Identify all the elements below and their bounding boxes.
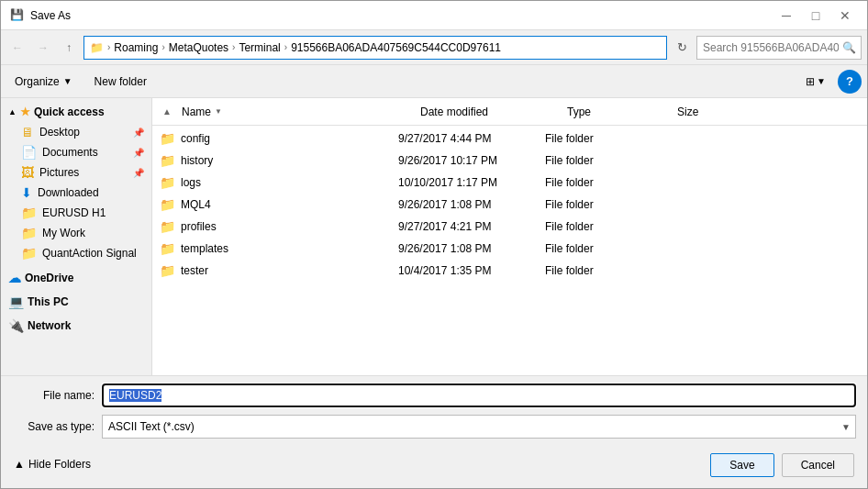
forward-button[interactable]: → (32, 37, 54, 59)
table-row[interactable]: 📁 history 9/26/2017 10:17 PM File folder (152, 150, 867, 172)
hide-folders-button[interactable]: ▲ Hide Folders (14, 458, 91, 471)
sidebar-item-eurusd[interactable]: 📁 EURUSD H1 (1, 203, 151, 223)
window-controls: ─ □ ✕ (773, 6, 858, 25)
folder-icon: 📁 (160, 263, 175, 278)
hide-folders-arrow: ▲ (14, 458, 25, 471)
address-path[interactable]: 📁 › Roaming › MetaQuotes › Terminal › 91… (83, 36, 667, 60)
back-button[interactable]: ← (6, 37, 28, 59)
table-row[interactable]: 📁 config 9/27/2017 4:44 PM File folder (152, 128, 867, 150)
sidebar-item-pictures[interactable]: 🖼 Pictures 📌 (1, 162, 151, 183)
sidebar-item-quantaction[interactable]: 📁 QuantAction Signal (1, 243, 151, 263)
col-header-name[interactable]: Name ▼ (174, 102, 413, 122)
file-list-header: ▲ Name ▼ Date modified Type Size (152, 98, 867, 126)
pictures-pin: 📌 (133, 168, 144, 178)
organize-label: Organize (15, 75, 60, 88)
main-area: ▲ ★ Quick access 🖥 Desktop 📌 📄 Documents… (1, 98, 867, 375)
maximize-button[interactable]: □ (803, 6, 829, 25)
my-work-icon: 📁 (21, 226, 37, 240)
cancel-button[interactable]: Cancel (782, 453, 854, 477)
file-name: 📁 history (160, 153, 398, 168)
help-button[interactable]: ? (838, 70, 862, 94)
filename-input[interactable] (102, 383, 856, 407)
save-button[interactable]: Save (710, 453, 773, 477)
sidebar-section-quick-access[interactable]: ▲ ★ Quick access (1, 102, 151, 122)
view-button[interactable]: ⊞ ▼ (799, 72, 832, 92)
file-name: 📁 logs (160, 175, 398, 190)
documents-pin: 📌 (133, 148, 144, 158)
sidebar-section-network[interactable]: 🔌 Network (1, 315, 151, 337)
up-button[interactable]: ↑ (58, 37, 80, 59)
table-row[interactable]: 📁 MQL4 9/26/2017 1:08 PM File folder (152, 194, 867, 216)
quick-access-arrow: ▲ (8, 107, 17, 117)
organize-button[interactable]: Organize ▼ (6, 70, 81, 94)
organize-arrow: ▼ (63, 76, 72, 86)
documents-label: Documents (42, 146, 98, 159)
file-name: 📁 tester (160, 263, 398, 278)
col-header-size[interactable]: Size (670, 102, 743, 122)
sidebar: ▲ ★ Quick access 🖥 Desktop 📌 📄 Documents… (1, 98, 152, 375)
bottom-footer: ▲ Hide Folders Save Cancel (12, 446, 856, 481)
onedrive-icon: ☁ (8, 271, 21, 285)
this-pc-icon: 💻 (8, 295, 24, 309)
path-hash[interactable]: 915566BA06ADA407569C544CC0D97611 (291, 41, 501, 54)
sidebar-item-downloaded[interactable]: ⬇ Downloaded (1, 183, 151, 203)
bottom-area: File name: Save as type: ASCII Text (*.c… (1, 375, 867, 488)
new-folder-label: New folder (95, 75, 147, 88)
saveastype-select[interactable]: ASCII Text (*.csv)CSV (Comma delimited) … (102, 415, 856, 439)
file-date: 10/4/2017 1:35 PM (398, 264, 545, 277)
file-date: 9/26/2017 1:08 PM (398, 242, 545, 255)
file-type: File folder (545, 176, 655, 189)
file-type: File folder (545, 154, 655, 167)
arrow-1: › (107, 42, 110, 52)
sidebar-item-desktop[interactable]: 🖥 Desktop 📌 (1, 122, 151, 142)
filename-row: File name: (12, 383, 856, 407)
file-area: ▲ Name ▼ Date modified Type Size � (152, 98, 867, 375)
network-icon: 🔌 (8, 318, 24, 333)
arrow-2: › (161, 42, 164, 52)
table-row[interactable]: 📁 templates 9/26/2017 1:08 PM File folde… (152, 238, 867, 260)
file-type: File folder (545, 264, 655, 277)
path-roaming[interactable]: Roaming (114, 41, 158, 54)
bottom-buttons: Save Cancel (710, 450, 854, 479)
file-date: 9/27/2017 4:21 PM (398, 220, 545, 233)
folder-icon: 📁 (160, 131, 175, 146)
downloaded-icon: ⬇ (21, 185, 32, 200)
quick-access-label: Quick access (34, 106, 105, 118)
file-name: 📁 templates (160, 241, 398, 256)
file-type: File folder (545, 198, 655, 211)
sidebar-section-this-pc[interactable]: 💻 This PC (1, 291, 151, 313)
col-header-type[interactable]: Type (560, 102, 670, 122)
address-bar: ← → ↑ 📁 › Roaming › MetaQuotes › Termina… (1, 30, 867, 65)
onedrive-label: OneDrive (25, 272, 73, 284)
quantaction-label: QuantAction Signal (42, 247, 137, 260)
path-terminal[interactable]: Terminal (239, 41, 280, 54)
file-type: File folder (545, 242, 655, 255)
table-row[interactable]: 📁 tester 10/4/2017 1:35 PM File folder (152, 260, 867, 282)
table-row[interactable]: 📁 profiles 9/27/2017 4:21 PM File folder (152, 216, 867, 238)
saveastype-label: Save as type: (12, 420, 95, 433)
table-row[interactable]: 📁 logs 10/10/2017 1:17 PM File folder (152, 172, 867, 194)
folder-icon: 📁 (160, 197, 175, 212)
search-wrap: 🔍 (696, 36, 862, 60)
sidebar-item-my-work[interactable]: 📁 My Work (1, 223, 151, 243)
minimize-button[interactable]: ─ (773, 6, 799, 25)
file-name: 📁 profiles (160, 219, 398, 234)
scroll-up: ▲ (160, 106, 174, 117)
save-as-dialog: 💾 Save As ─ □ ✕ ← → ↑ 📁 › Roaming › Meta… (0, 0, 868, 489)
path-metaquotes[interactable]: MetaQuotes (169, 41, 228, 54)
sidebar-item-documents[interactable]: 📄 Documents 📌 (1, 142, 151, 162)
folder-icon: 📁 (160, 175, 175, 190)
file-date: 9/27/2017 4:44 PM (398, 132, 545, 145)
desktop-label: Desktop (39, 126, 80, 139)
downloaded-label: Downloaded (38, 186, 99, 199)
new-folder-button[interactable]: New folder (86, 70, 155, 94)
desktop-icon: 🖥 (21, 125, 34, 139)
search-input[interactable] (696, 36, 862, 60)
file-date: 9/26/2017 10:17 PM (398, 154, 545, 167)
sidebar-section-onedrive[interactable]: ☁ OneDrive (1, 267, 151, 289)
refresh-button[interactable]: ↻ (671, 37, 693, 59)
col-header-date[interactable]: Date modified (413, 102, 560, 122)
file-date: 9/26/2017 1:08 PM (398, 198, 545, 211)
title-bar: 💾 Save As ─ □ ✕ (1, 1, 867, 30)
close-button[interactable]: ✕ (832, 6, 858, 25)
